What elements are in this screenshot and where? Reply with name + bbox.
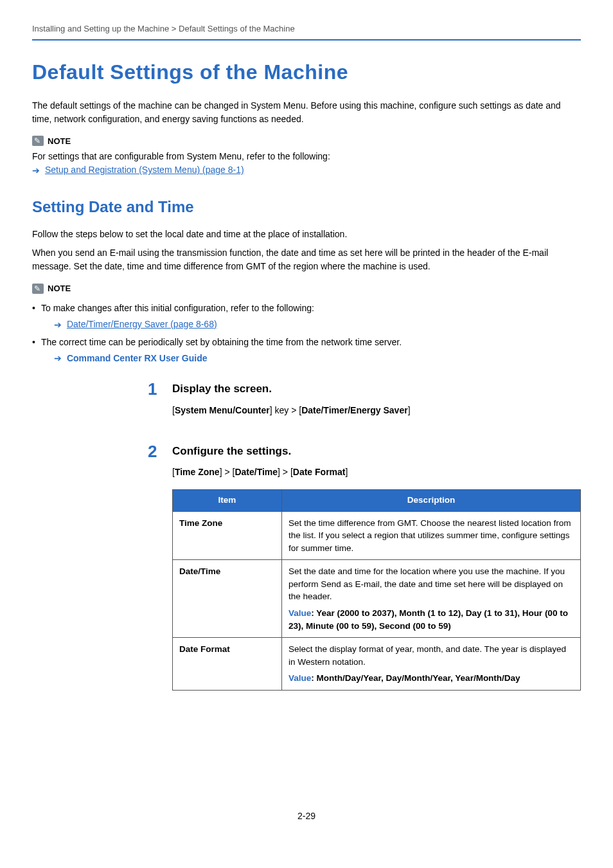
step-2: 2 Configure the settings. [Time Zone] > … [32, 443, 581, 691]
section-p2: When you send an E-mail using the transm… [32, 246, 581, 273]
note-text: For settings that are configurable from … [32, 150, 581, 163]
section-heading: Setting Date and Time [32, 195, 581, 219]
table-header-row: Item Description [173, 490, 581, 511]
arrow-icon: ➔ [32, 164, 40, 177]
path-frag: ] key > [ [270, 405, 301, 415]
arrow-icon: ➔ [54, 318, 62, 332]
header-divider [32, 39, 581, 41]
path-key: System Menu/Counter [175, 405, 270, 415]
bullet-text: The correct time can be periodically set… [41, 337, 402, 347]
note-label: NOTE [48, 135, 71, 148]
section-p1: Follow the steps below to set the local … [32, 228, 581, 241]
step-title: Display the screen. [172, 381, 581, 397]
path-key: Date Format [293, 467, 346, 477]
step-content: Display the screen. [System Menu/Counter… [172, 381, 581, 428]
table-row: Date/Time Set the date and time for the … [173, 560, 581, 638]
note-label: NOTE [48, 282, 71, 295]
link-system-menu[interactable]: Setup and Registration (System Menu) (pa… [45, 165, 244, 175]
th-description: Description [282, 490, 581, 511]
page-title-h1: Default Settings of the Machine [32, 57, 581, 87]
arrow-icon: ➔ [54, 352, 62, 365]
page-number: 2-29 [32, 809, 581, 823]
value-label: Value [289, 608, 311, 618]
note-header: NOTE [32, 135, 71, 148]
cell-item: Date Format [173, 638, 282, 691]
table-row: Date Format Select the display format of… [173, 638, 581, 691]
note-block-1: NOTE For settings that are configurable … [32, 135, 581, 178]
step-path: [Time Zone] > [Date/Time] > [Date Format… [172, 466, 581, 479]
step-title: Configure the settings. [172, 443, 581, 460]
value-text: : Month/Day/Year, Day/Month/Year, Year/M… [311, 673, 520, 683]
note-icon [32, 136, 44, 146]
step-number: 1 [148, 381, 161, 397]
bullet-text: To make changes after this initial confi… [41, 303, 314, 313]
path-frag: ] > [ [278, 467, 293, 477]
desc-text: Set the date and time for the location w… [289, 566, 565, 601]
step-1: 1 Display the screen. [System Menu/Count… [32, 381, 581, 428]
link-command-center: Command Center RX User Guide [67, 353, 208, 363]
note-list: To make changes after this initial confi… [32, 302, 581, 366]
breadcrumb: Installing and Setting up the Machine > … [32, 23, 581, 35]
cell-desc: Select the display format of year, month… [282, 638, 581, 691]
bullet-sublink: ➔ Date/Timer/Energy Saver (page 8-68) [41, 318, 581, 332]
note-bullet-2: The correct time can be periodically set… [32, 336, 581, 366]
value-text: : Year (2000 to 2037), Month (1 to 12), … [289, 608, 568, 631]
desc-text: Select the display format of year, month… [289, 644, 566, 667]
step-path: [System Menu/Counter] key > [Date/Timer/… [172, 404, 581, 417]
bullet-sublink: ➔ Command Center RX User Guide [41, 352, 581, 366]
link-date-timer[interactable]: Date/Timer/Energy Saver (page 8-68) [67, 319, 217, 329]
note-icon [32, 284, 44, 294]
cell-desc: Set the time difference from GMT. Choose… [282, 511, 581, 560]
note-block-2: NOTE To make changes after this initial … [32, 282, 581, 365]
th-item: Item [173, 490, 282, 511]
cell-desc: Set the date and time for the location w… [282, 560, 581, 638]
path-frag: ] [408, 405, 411, 415]
cell-item: Date/Time [173, 560, 282, 638]
note-link-row: ➔ Setup and Registration (System Menu) (… [32, 163, 581, 177]
cell-item: Time Zone [173, 511, 282, 560]
intro-paragraph: The default settings of the machine can … [32, 99, 581, 126]
value-label: Value [289, 673, 311, 683]
path-key: Date/Timer/Energy Saver [301, 405, 408, 415]
note-header: NOTE [32, 282, 71, 295]
path-key: Date/Time [235, 467, 278, 477]
path-key: Time Zone [175, 467, 220, 477]
path-frag: ] > [ [220, 467, 235, 477]
step-content: Configure the settings. [Time Zone] > [D… [172, 443, 581, 691]
settings-table: Item Description Time Zone Set the time … [172, 489, 581, 690]
path-frag: ] [345, 467, 348, 477]
note-bullet-1: To make changes after this initial confi… [32, 302, 581, 332]
step-number: 2 [148, 443, 161, 460]
table-row: Time Zone Set the time difference from G… [173, 511, 581, 560]
